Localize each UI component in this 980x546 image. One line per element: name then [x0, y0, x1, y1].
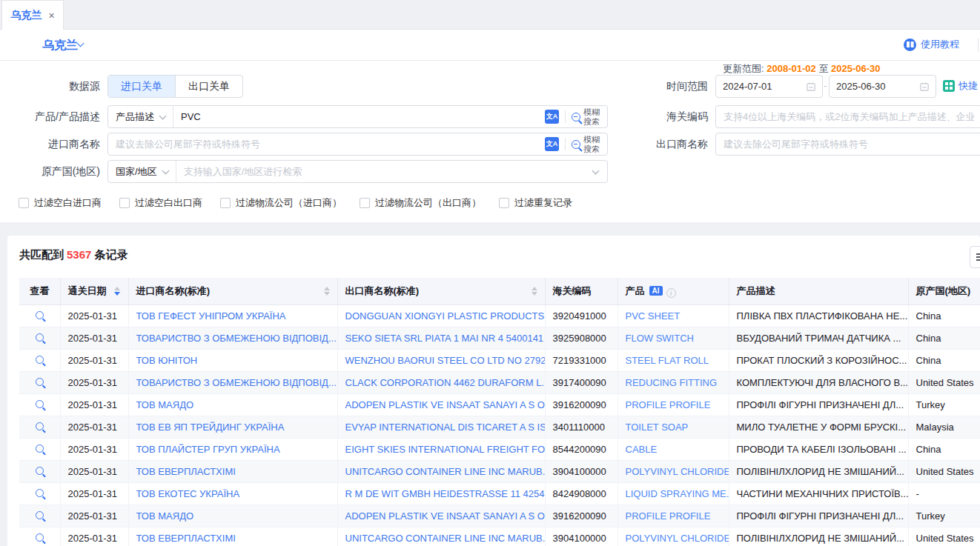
product-search-input[interactable]: [173, 111, 545, 122]
view-magnifier-icon[interactable]: [36, 489, 44, 497]
row-product-link[interactable]: STEEL FLAT ROLL: [618, 349, 729, 371]
sort-date[interactable]: [114, 287, 120, 296]
translate-icon[interactable]: 文A: [545, 110, 559, 124]
checkbox-icon[interactable]: [499, 198, 509, 208]
quick-select-button[interactable]: 快捷: [943, 79, 978, 93]
view-cell[interactable]: [19, 393, 60, 416]
view-magnifier-icon[interactable]: [36, 378, 44, 386]
row-importer-link[interactable]: ТОВ МАЯДО: [128, 393, 337, 416]
country-selector[interactable]: 乌克兰: [42, 38, 78, 53]
view-magnifier-icon[interactable]: [36, 333, 44, 342]
row-exporter-link[interactable]: ADOPEN PLASTIK VE INSAAT SANAYI A S O...: [337, 393, 545, 416]
chevron-down-icon[interactable]: [592, 167, 600, 174]
row-product-link[interactable]: TOILET SOAP: [618, 416, 729, 438]
row-importer-link[interactable]: ТОВ ЮНІТОН: [128, 349, 337, 371]
calendar-icon[interactable]: [807, 81, 815, 92]
row-importer-link[interactable]: ТОВ ЕКОТЕС УКРАЇНА: [128, 482, 337, 505]
row-importer-link[interactable]: ТОВ ЕВ ЯП ТРЕЙДИНГ УКРАЇНА: [128, 416, 337, 438]
row-product-link[interactable]: REDUCING FITTING: [618, 371, 729, 393]
row-importer-link[interactable]: ТОВАРИСТВО З ОБМЕЖЕНОЮ ВІДПОВІД...: [128, 371, 337, 393]
row-exporter-link[interactable]: SEKO SIETA SRL PIATA 1 MAI NR 4 5400141 …: [337, 327, 545, 349]
view-cell[interactable]: [19, 527, 60, 546]
row-importer-link[interactable]: ТОВ ЕВЕРПЛАСТХІМІ: [128, 527, 337, 546]
row-importer-link[interactable]: ТОВ ЕВЕРПЛАСТХІМІ: [128, 460, 337, 482]
tab-close-icon[interactable]: ×: [48, 10, 54, 21]
view-cell[interactable]: [19, 460, 60, 482]
view-magnifier-icon[interactable]: [36, 400, 44, 408]
checkbox-icon[interactable]: [220, 198, 231, 208]
table-body: 2025-01-31 ТОВ ГЕФЕСТ УНІПРОМ УКРАЇНА DO…: [19, 304, 980, 546]
origin-type-select[interactable]: 国家/地区: [108, 161, 176, 182]
row-product-link[interactable]: CABLE: [618, 438, 729, 460]
view-magnifier-icon[interactable]: [36, 467, 44, 475]
settings-button[interactable]: [970, 246, 980, 268]
checkbox-icon[interactable]: [119, 198, 130, 208]
view-cell[interactable]: [19, 482, 60, 505]
end-date-input[interactable]: [836, 81, 916, 92]
view-magnifier-icon[interactable]: [36, 445, 44, 453]
view-cell[interactable]: [19, 505, 60, 527]
exporter-input[interactable]: [716, 139, 980, 150]
product-fuzzy-search-button[interactable]: 模糊搜索: [572, 107, 607, 126]
tab-export-declarations[interactable]: 出口关单: [175, 76, 242, 97]
tab-import-declarations[interactable]: 进口关单: [108, 76, 175, 97]
translate-icon[interactable]: 文A: [545, 137, 559, 151]
checkbox-filter-logistics-exporter[interactable]: 过滤物流公司（出口商）: [360, 196, 481, 210]
row-exporter-link[interactable]: R M DE WIT GMBH HEIDESTRASSE 11 4254...: [337, 482, 545, 505]
checkbox-filter-blank-importer[interactable]: 过滤空白进口商: [19, 196, 102, 210]
row-product-link[interactable]: PROFILE PROFILE: [618, 505, 729, 527]
view-magnifier-icon[interactable]: [36, 511, 44, 519]
row-product-link[interactable]: PROFILE PROFILE: [618, 393, 729, 416]
row-exporter-link[interactable]: EVYAP INTERNATIONAL DIS TICARET A S IS..…: [337, 416, 545, 438]
update-range-to: 2025-06-30: [831, 63, 881, 74]
row-exporter-link[interactable]: CLACK CORPORATION 4462 DURAFORM L...: [337, 371, 545, 393]
tutorial-link[interactable]: 使用教程: [904, 38, 959, 51]
chevron-down-icon[interactable]: [77, 40, 85, 47]
view-magnifier-icon[interactable]: [36, 533, 44, 542]
view-cell[interactable]: [19, 304, 60, 327]
checkbox-filter-blank-exporter[interactable]: 过滤空白出口商: [119, 196, 202, 210]
row-exporter-link[interactable]: WENZHOU BAORUI STEEL CO LTD NO 2792...: [337, 349, 545, 371]
col-exporter[interactable]: 出口商名称(标准): [337, 278, 545, 304]
importer-fuzzy-search-button[interactable]: 模糊搜索: [572, 135, 607, 153]
checkbox-filter-logistics-importer[interactable]: 过滤物流公司（进口商）: [220, 196, 342, 210]
view-cell[interactable]: [19, 371, 60, 393]
row-product-link[interactable]: POLYVINYL CHLORIDE: [618, 460, 729, 482]
calendar-icon[interactable]: [920, 81, 929, 92]
origin-input[interactable]: [176, 166, 593, 177]
row-exporter-link[interactable]: EIGHT SKIES INTERNATIONAL FREIGHT FOR...: [337, 438, 545, 460]
row-product-link[interactable]: LIQUID SPRAYING ME...: [618, 482, 729, 505]
row-exporter-link[interactable]: DONGGUAN XIONGYI PLASTIC PRODUCTS ...: [337, 304, 545, 327]
row-date: 2025-01-31: [60, 460, 128, 482]
row-exporter-link[interactable]: ADOPEN PLASTIK VE INSAAT SANAYI A S O...: [337, 505, 545, 527]
row-product-link[interactable]: FLOW SWITCH: [618, 327, 729, 349]
product-type-select[interactable]: 产品描述: [108, 106, 173, 127]
view-magnifier-icon[interactable]: [36, 311, 44, 319]
row-product-link[interactable]: POLYVINYL CHLORIDE: [618, 527, 729, 546]
row-importer-link[interactable]: ТОВ ГЕФЕСТ УНІПРОМ УКРАЇНА: [128, 304, 337, 327]
row-importer-link[interactable]: ТОВАРИСТВО З ОБМЕЖЕНОЮ ВІДПОВІД...: [128, 327, 337, 349]
row-exporter-link[interactable]: UNITCARGO CONTAINER LINE INC MARUB...: [337, 460, 545, 482]
col-date[interactable]: 通关日期: [60, 278, 128, 304]
sort-importer[interactable]: [324, 287, 330, 296]
info-icon[interactable]: i: [666, 288, 676, 298]
checkbox-icon[interactable]: [360, 198, 370, 208]
checkbox-icon[interactable]: [19, 198, 29, 208]
col-importer[interactable]: 进口商名称(标准): [128, 278, 337, 304]
view-cell[interactable]: [19, 327, 60, 349]
hs-code-input[interactable]: [716, 111, 980, 122]
view-magnifier-icon[interactable]: [36, 422, 44, 430]
checkbox-filter-duplicates[interactable]: 过滤重复记录: [499, 196, 572, 210]
view-cell[interactable]: [19, 438, 60, 460]
row-importer-link[interactable]: ТОВ ПЛАЙСТЕР ГРУП УКРАЇНА: [128, 438, 337, 460]
view-cell[interactable]: [19, 349, 60, 371]
tab-ukraine[interactable]: 乌克兰 ×: [1, 0, 64, 30]
sort-exporter[interactable]: [532, 287, 537, 296]
row-importer-link[interactable]: ТОВ МАЯДО: [128, 505, 337, 527]
view-magnifier-icon[interactable]: [36, 356, 44, 364]
row-exporter-link[interactable]: UNITCARGO CONTAINER LINE INC MARUB...: [337, 527, 545, 546]
importer-input[interactable]: [108, 139, 545, 150]
start-date-input[interactable]: [723, 81, 802, 92]
row-product-link[interactable]: PVC SHEET: [618, 304, 729, 327]
view-cell[interactable]: [19, 416, 60, 438]
